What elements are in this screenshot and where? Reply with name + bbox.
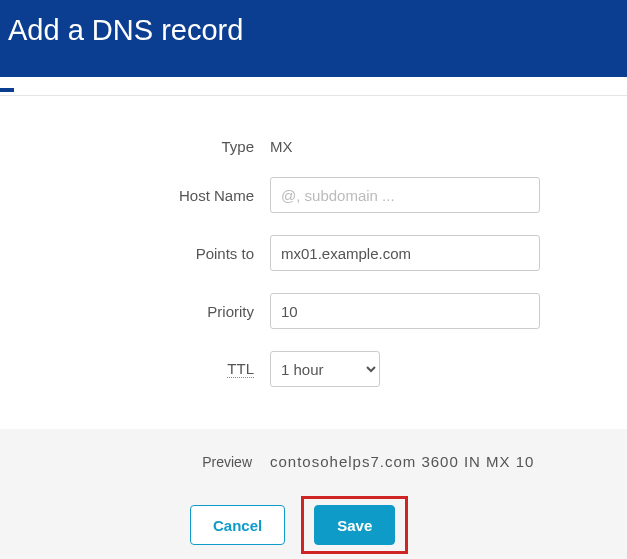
host-name-input[interactable]	[270, 177, 540, 213]
tab-strip	[0, 77, 627, 96]
label-type: Type	[40, 138, 270, 155]
priority-input[interactable]	[270, 293, 540, 329]
label-priority: Priority	[40, 303, 270, 320]
active-tab-indicator	[0, 88, 14, 92]
label-ttl: TTL	[227, 360, 254, 378]
row-preview: Preview contosohelps7.com 3600 IN MX 10	[40, 453, 587, 470]
save-button-label: Save	[337, 517, 372, 534]
points-to-input[interactable]	[270, 235, 540, 271]
row-points-to: Points to	[40, 235, 587, 271]
label-points-to: Points to	[40, 245, 270, 262]
row-priority: Priority	[40, 293, 587, 329]
save-button[interactable]: Save	[314, 505, 395, 545]
row-type: Type MX	[40, 138, 587, 155]
button-bar: Cancel Save	[40, 496, 587, 554]
cancel-button-label: Cancel	[213, 517, 262, 534]
save-highlight: Save	[301, 496, 408, 554]
modal-title: Add a DNS record	[8, 14, 243, 46]
form-area: Type MX Host Name Points to Priority TTL…	[0, 96, 627, 419]
ttl-select[interactable]: 1 hour	[270, 351, 380, 387]
label-host-name: Host Name	[40, 187, 270, 204]
cancel-button[interactable]: Cancel	[190, 505, 285, 545]
value-preview: contosohelps7.com 3600 IN MX 10	[270, 453, 534, 470]
footer: Preview contosohelps7.com 3600 IN MX 10 …	[0, 429, 627, 559]
modal-header: Add a DNS record	[0, 0, 627, 77]
label-preview: Preview	[40, 454, 270, 470]
value-type: MX	[270, 138, 293, 155]
row-host-name: Host Name	[40, 177, 587, 213]
row-ttl: TTL 1 hour	[40, 351, 587, 387]
